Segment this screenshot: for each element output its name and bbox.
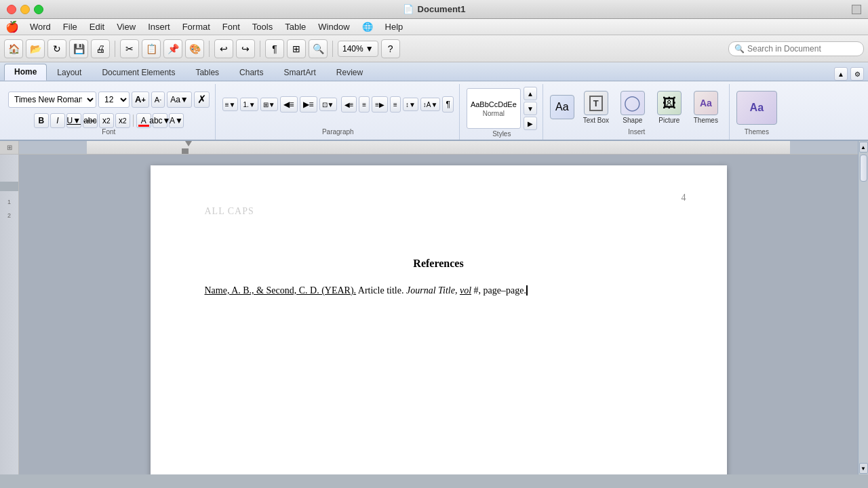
ribbon-font-section: Times New Roman 12 A+ A- Aa▼ ✗ B I U▼ ab… <box>3 84 216 140</box>
normal-style-button[interactable]: AaBbCcDdEe Normal <box>467 88 521 129</box>
tab-layout[interactable]: Layout <box>47 64 92 81</box>
show-marks-button[interactable]: ¶ <box>265 39 284 58</box>
justify-button[interactable]: ≡ <box>390 96 401 113</box>
outline-button[interactable]: ⊞▼ <box>260 98 278 111</box>
menu-window[interactable]: Window <box>313 20 355 33</box>
tab-home[interactable]: Home <box>4 64 47 81</box>
close-button[interactable] <box>7 5 16 14</box>
clear-format-button[interactable]: ✗ <box>194 92 210 108</box>
tab-smartart[interactable]: SmartArt <box>273 64 326 81</box>
menu-file[interactable]: File <box>58 20 83 33</box>
highlight-button[interactable]: abc▼ <box>153 113 167 128</box>
zoom-button[interactable]: 🔍 <box>309 39 328 58</box>
zoom-dropdown-arrow: ▼ <box>366 44 374 54</box>
italic-button[interactable]: I <box>50 113 65 128</box>
font-family-select[interactable]: Times New Roman <box>8 92 96 108</box>
show-marks-paragraph-button[interactable]: ¶ <box>442 96 453 113</box>
numlist-button[interactable]: 1.▼ <box>240 98 258 111</box>
menu-format[interactable]: Format <box>177 20 216 33</box>
menu-tools[interactable]: Tools <box>247 20 278 33</box>
menu-insert[interactable]: Insert <box>142 20 176 33</box>
ribbon-content: Times New Roman 12 A+ A- Aa▼ ✗ B I U▼ ab… <box>0 81 868 141</box>
styles-forward-button[interactable]: ▼ <box>524 102 537 115</box>
borders-button[interactable]: ⊡▼ <box>319 98 337 111</box>
styles-more-button[interactable]: ▶ <box>524 117 537 130</box>
search-icon: 🔍 <box>734 44 745 54</box>
menu-globe[interactable]: 🌐 <box>357 20 378 33</box>
tab-review[interactable]: Review <box>326 64 373 81</box>
menu-help[interactable]: Help <box>380 20 409 33</box>
underline-button[interactable]: U▼ <box>66 113 81 128</box>
increase-indent-button[interactable]: ▶≡ <box>300 96 317 113</box>
open-button[interactable]: 📂 <box>26 39 45 58</box>
styles-expand-button[interactable]: Aa <box>550 95 574 119</box>
ribbon-collapse-button[interactable]: ▲ <box>834 67 848 81</box>
para-top-row: ≡▼ 1.▼ ⊞▼ ◀≡ ▶≡ ⊡▼ ◀≡ ≡ ≡▶ ≡ ↕▼ ↕A▼ ¶ <box>222 87 454 122</box>
font-separator <box>133 115 134 127</box>
menu-view[interactable]: View <box>111 20 141 33</box>
subscript-button[interactable]: x2 <box>115 113 130 128</box>
zoom-value: 140% <box>342 44 363 54</box>
themes-large-button[interactable]: Aa <box>736 91 777 125</box>
main-content-area: 4 ALL CAPS References Name, A. B., & Sec… <box>19 141 858 474</box>
citation-paragraph[interactable]: Name, A. B., & Second, C. D. (YEAR). Art… <box>232 283 673 298</box>
search-box[interactable]: 🔍 <box>728 41 864 56</box>
strikethrough-button[interactable]: abc <box>83 113 98 128</box>
superscript-button[interactable]: x2 <box>99 113 114 128</box>
ruler-indent-marker <box>182 148 189 154</box>
window-resize[interactable] <box>852 5 861 14</box>
scroll-down-button[interactable]: ▼ <box>859 463 868 474</box>
font-size-up-button[interactable]: A+ <box>132 92 149 108</box>
ribbon-settings-button[interactable]: ⚙ <box>850 67 864 81</box>
zoom-control[interactable]: 140% ▼ <box>338 41 378 57</box>
sort-button[interactable]: ↕A▼ <box>420 98 441 111</box>
align-right-button[interactable]: ≡▶ <box>372 96 388 113</box>
tab-charts[interactable]: Charts <box>229 64 273 81</box>
styles-back-button[interactable]: ▲ <box>524 87 537 100</box>
copy-button[interactable]: 📋 <box>142 39 161 58</box>
menu-font[interactable]: Font <box>217 20 245 33</box>
maximize-button[interactable] <box>34 5 43 14</box>
paste-button[interactable]: 📌 <box>163 39 182 58</box>
font-size-select[interactable]: 12 <box>98 92 130 108</box>
bold-button[interactable]: B <box>34 113 49 128</box>
window-controls[interactable] <box>7 5 43 14</box>
right-scrollbar[interactable]: ▲ ▼ <box>858 141 868 474</box>
font-case-button[interactable]: Aa▼ <box>167 92 192 108</box>
menu-word[interactable]: Word <box>24 20 56 33</box>
menu-edit[interactable]: Edit <box>84 20 110 33</box>
format-paint-button[interactable]: 🎨 <box>185 39 204 58</box>
align-left-button[interactable]: ◀≡ <box>341 96 357 113</box>
text-effect-button[interactable]: A▼ <box>169 113 184 128</box>
scrollbar-thumb[interactable] <box>860 155 867 182</box>
insert-textbox-item[interactable]: T Text Box <box>578 88 614 127</box>
print-button[interactable]: 🖨 <box>91 39 110 58</box>
tab-document-elements[interactable]: Document Elements <box>92 64 185 81</box>
insert-themes-item[interactable]: Aa Themes <box>688 88 724 127</box>
save-button[interactable]: 💾 <box>69 39 88 58</box>
font-size-down-button[interactable]: A- <box>151 92 165 108</box>
menu-table[interactable]: Table <box>279 20 311 33</box>
ruler-tab-marker <box>185 141 192 146</box>
help-button[interactable]: ? <box>381 39 400 58</box>
align-center-button[interactable]: ≡ <box>359 96 370 113</box>
list-button[interactable]: ≡▼ <box>222 98 239 111</box>
insert-shape-item[interactable]: ◯ Shape <box>615 88 650 127</box>
minimize-button[interactable] <box>20 5 30 14</box>
new-button[interactable]: 🏠 <box>4 39 23 58</box>
toolbar: 🏠 📂 ↻ 💾 🖨 ✂ 📋 📌 🎨 ↩ ↪ ¶ ⊞ 🔍 140% ▼ ? 🔍 <box>0 35 868 62</box>
tab-tables[interactable]: Tables <box>185 64 229 81</box>
line-spacing-button[interactable]: ↕▼ <box>403 98 418 111</box>
scroll-up-button[interactable]: ▲ <box>859 142 868 152</box>
search-input[interactable] <box>747 44 858 54</box>
apple-menu[interactable]: 🍎 <box>5 20 19 33</box>
citation-part3: Journal Title, <box>406 285 457 296</box>
decrease-indent-button[interactable]: ◀≡ <box>280 96 298 113</box>
page-scroll-area[interactable]: 4 ALL CAPS References Name, A. B., & Sec… <box>19 155 858 474</box>
refresh-button[interactable]: ↻ <box>47 39 66 58</box>
columns-button[interactable]: ⊞ <box>287 39 306 58</box>
undo-button[interactable]: ↩ <box>214 39 233 58</box>
cut-button[interactable]: ✂ <box>120 39 139 58</box>
redo-button[interactable]: ↪ <box>236 39 255 58</box>
insert-picture-item[interactable]: 🖼 Picture <box>652 88 687 127</box>
